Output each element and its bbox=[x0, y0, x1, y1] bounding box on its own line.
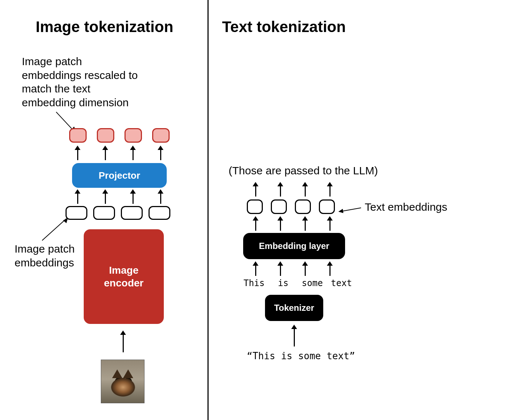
rescaled-embedding-token bbox=[69, 128, 87, 143]
arrow-up-icon bbox=[301, 182, 309, 197]
text-embedding-token bbox=[271, 199, 287, 214]
arrow-up-icon bbox=[252, 261, 259, 276]
arrow-up-icon bbox=[157, 189, 164, 204]
image-patch-embedding-token bbox=[149, 206, 170, 220]
tokenizer-box: Tokenizer bbox=[265, 295, 323, 321]
token-words: This is some text bbox=[243, 278, 352, 288]
arrows-projector-to-rescaled bbox=[74, 146, 164, 160]
text-embeddings-label: Text embeddings bbox=[365, 200, 447, 214]
arrow-up-icon bbox=[326, 182, 333, 197]
image-patch-embedding-tokens bbox=[66, 206, 170, 220]
token-word: is bbox=[272, 278, 294, 288]
image-encoder-label: Image encoder bbox=[104, 264, 144, 289]
image-patch-embedding-token bbox=[121, 206, 143, 220]
token-word: text bbox=[331, 278, 352, 288]
arrow-up-icon bbox=[252, 182, 259, 197]
arrow-up-icon bbox=[102, 189, 109, 204]
image-patch-embedding-token bbox=[66, 206, 87, 220]
vertical-divider bbox=[207, 0, 209, 420]
text-embedding-token bbox=[295, 199, 311, 214]
arrow-up-icon bbox=[129, 146, 137, 160]
arrow-up-icon bbox=[326, 216, 333, 231]
input-image bbox=[101, 360, 145, 403]
arrow-up-icon bbox=[277, 182, 284, 197]
image-patch-embeddings-annotation: Image patch embeddings bbox=[15, 242, 75, 269]
arrow-up-icon bbox=[277, 216, 284, 231]
projector-label: Projector bbox=[99, 170, 140, 181]
arrows-embeddings-to-llm bbox=[252, 182, 333, 197]
arrow-up-icon bbox=[74, 146, 81, 160]
text-embedding-token bbox=[247, 199, 263, 214]
pointer-arrowhead-icon bbox=[338, 209, 344, 214]
arrow-up-icon bbox=[301, 216, 309, 231]
tokenizer-label: Tokenizer bbox=[274, 303, 314, 313]
image-encoder-box: Image encoder bbox=[84, 229, 164, 324]
arrow-up-icon bbox=[277, 261, 284, 276]
pointer-line bbox=[42, 218, 67, 241]
rescaled-embedding-token bbox=[152, 128, 170, 143]
embedding-layer-box: Embedding layer bbox=[243, 233, 345, 259]
arrow-up-icon bbox=[326, 261, 333, 276]
projector-box: Projector bbox=[72, 163, 167, 188]
embedding-layer-label: Embedding layer bbox=[259, 241, 329, 251]
llm-note: (Those are passed to the LLM) bbox=[229, 164, 378, 178]
arrow-up-icon bbox=[102, 146, 109, 160]
token-word: some bbox=[301, 278, 323, 288]
arrows-patches-to-projector bbox=[74, 189, 164, 204]
arrow-up-icon bbox=[74, 189, 81, 204]
image-patch-rescaled-annotation: Image patch embeddings rescaled to match… bbox=[22, 55, 138, 109]
arrow-input-to-tokenizer bbox=[290, 325, 298, 346]
arrows-tokens-to-layer bbox=[252, 261, 333, 276]
image-patch-embedding-token bbox=[93, 206, 115, 220]
text-embedding-token bbox=[319, 199, 335, 214]
arrow-up-icon bbox=[252, 216, 259, 231]
arrow-up-icon bbox=[301, 261, 309, 276]
rescaled-embedding-token bbox=[97, 128, 114, 143]
arrows-layer-to-embeddings bbox=[252, 216, 333, 231]
arrow-up-icon bbox=[129, 189, 137, 204]
image-tokenization-title: Image tokenization bbox=[36, 18, 173, 36]
rescaled-embedding-tokens bbox=[69, 128, 170, 143]
token-word: This bbox=[243, 278, 265, 288]
input-text: “This is some text” bbox=[247, 350, 355, 362]
text-tokenization-title: Text tokenization bbox=[222, 18, 346, 36]
arrow-image-to-encoder bbox=[119, 330, 127, 352]
rescaled-embedding-token bbox=[124, 128, 142, 143]
arrow-up-icon bbox=[157, 146, 164, 160]
text-embedding-tokens bbox=[247, 199, 335, 214]
